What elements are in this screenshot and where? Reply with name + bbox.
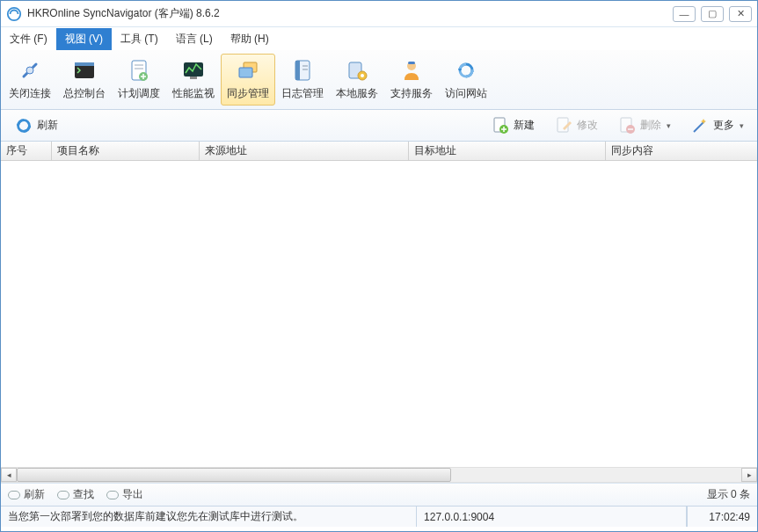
footer-bar: 刷新 查找 导出 显示 0 条 xyxy=(1,483,757,506)
maximize-button[interactable]: ▢ xyxy=(701,6,724,22)
footer-refresh-link[interactable]: 刷新 xyxy=(8,487,45,502)
edit-button[interactable]: 修改 xyxy=(546,112,606,140)
notebook-icon xyxy=(288,56,317,84)
svg-rect-11 xyxy=(239,68,252,77)
menu-tool[interactable]: 工具 (T) xyxy=(112,28,167,50)
scroll-left-button[interactable]: ◂ xyxy=(1,468,17,482)
local-service-button[interactable]: 本地服务 xyxy=(330,54,384,106)
document-edit-icon xyxy=(554,116,573,135)
support-person-icon xyxy=(397,56,426,84)
tool-label: 日志管理 xyxy=(281,86,324,101)
status-address: 127.0.0.1:9004 xyxy=(417,506,687,527)
svg-rect-3 xyxy=(75,62,94,66)
dropdown-caret-icon: ▾ xyxy=(667,121,671,130)
close-connection-button[interactable]: 关闭连接 xyxy=(3,54,57,106)
action-label: 删除 xyxy=(640,118,661,133)
support-service-button[interactable]: 支持服务 xyxy=(384,54,439,106)
svg-point-1 xyxy=(26,67,33,74)
tool-label: 总控制台 xyxy=(63,86,106,101)
document-delete-icon xyxy=(617,116,637,135)
refresh-button[interactable]: 刷新 xyxy=(6,112,66,140)
toggle-icon xyxy=(8,491,20,499)
sync-management-button[interactable]: 同步管理 xyxy=(221,54,275,106)
column-header-source[interactable]: 来源地址 xyxy=(200,142,409,160)
footer-count: 显示 0 条 xyxy=(707,487,750,502)
svg-point-18 xyxy=(361,74,364,77)
window-title: HKROnline SyncNavigator (客户端) 8.6.2 xyxy=(27,6,673,21)
toggle-icon xyxy=(106,491,119,499)
performance-button[interactable]: 性能监视 xyxy=(166,54,221,106)
svg-rect-20 xyxy=(408,62,415,64)
tool-label: 性能监视 xyxy=(172,86,215,101)
refresh-icon xyxy=(14,116,33,135)
windows-stack-icon xyxy=(234,56,262,84)
column-header-content[interactable]: 同步内容 xyxy=(606,142,757,160)
column-header-no[interactable]: 序号 xyxy=(1,142,52,160)
svg-rect-9 xyxy=(190,77,197,79)
toggle-icon xyxy=(57,491,69,499)
action-bar: 刷新 新建 修改 删除 ▾ 更多 ▾ xyxy=(1,110,757,142)
action-label: 修改 xyxy=(577,118,598,133)
footer-label: 刷新 xyxy=(24,487,45,502)
title-bar: HKROnline SyncNavigator (客户端) 8.6.2 ― ▢ … xyxy=(1,1,757,27)
tool-label: 访问网站 xyxy=(445,86,487,101)
footer-label: 导出 xyxy=(122,487,143,502)
action-label: 更多 xyxy=(713,118,734,133)
server-gear-icon xyxy=(343,56,371,84)
schedule-button[interactable]: 计划调度 xyxy=(112,54,166,106)
horizontal-scrollbar[interactable]: ◂ ▸ xyxy=(1,467,757,483)
action-label: 刷新 xyxy=(37,118,58,133)
menu-language[interactable]: 语言 (L) xyxy=(167,28,222,50)
plug-icon xyxy=(16,56,44,84)
table-header: 序号 项目名称 来源地址 目标地址 同步内容 xyxy=(1,142,757,161)
status-time: 17:02:49 xyxy=(687,506,757,527)
status-bar: 当您第一次部署到您的数据库前建议您先在测试库中进行测试。 127.0.0.1:9… xyxy=(1,506,757,527)
main-toolbar: 关闭连接 总控制台 计划调度 性能监视 同步管理 日志管理 本地服务 支持服务 … xyxy=(1,50,757,110)
monitor-chart-icon xyxy=(179,56,208,84)
tool-label: 同步管理 xyxy=(227,86,269,101)
more-button[interactable]: 更多 ▾ xyxy=(682,112,752,140)
column-header-target[interactable]: 目标地址 xyxy=(409,142,606,160)
visit-website-button[interactable]: 访问网站 xyxy=(439,54,493,106)
document-add-icon xyxy=(491,116,510,135)
log-management-button[interactable]: 日志管理 xyxy=(275,54,330,106)
svg-rect-13 xyxy=(295,61,300,80)
delete-button[interactable]: 删除 ▾ xyxy=(609,112,679,140)
wand-icon xyxy=(690,116,710,135)
menu-bar: 文件 (F) 视图 (V) 工具 (T) 语言 (L) 帮助 (H) xyxy=(1,27,757,50)
globe-refresh-icon xyxy=(452,56,480,84)
terminal-icon xyxy=(70,56,98,84)
minimize-button[interactable]: ― xyxy=(673,6,696,22)
tool-label: 计划调度 xyxy=(118,86,160,101)
new-button[interactable]: 新建 xyxy=(483,112,543,140)
table-body xyxy=(1,161,757,467)
app-logo-icon xyxy=(6,6,22,22)
window-controls: ― ▢ ✕ xyxy=(673,6,752,22)
menu-help[interactable]: 帮助 (H) xyxy=(222,28,278,50)
console-button[interactable]: 总控制台 xyxy=(57,54,112,106)
column-header-name[interactable]: 项目名称 xyxy=(52,142,200,160)
document-plus-icon xyxy=(125,56,153,84)
close-button[interactable]: ✕ xyxy=(729,6,752,22)
footer-export-link[interactable]: 导出 xyxy=(106,487,143,502)
dropdown-caret-icon: ▾ xyxy=(740,121,744,130)
scroll-thumb[interactable] xyxy=(17,468,451,482)
tool-label: 本地服务 xyxy=(336,86,378,101)
tool-label: 支持服务 xyxy=(390,86,433,101)
footer-find-link[interactable]: 查找 xyxy=(57,487,94,502)
scroll-track[interactable] xyxy=(17,468,741,482)
menu-view[interactable]: 视图 (V) xyxy=(56,28,112,50)
status-message: 当您第一次部署到您的数据库前建议您先在测试库中进行测试。 xyxy=(1,506,417,527)
tool-label: 关闭连接 xyxy=(9,86,51,101)
scroll-right-button[interactable]: ▸ xyxy=(741,468,757,482)
footer-label: 查找 xyxy=(73,487,94,502)
action-label: 新建 xyxy=(514,118,535,133)
menu-file[interactable]: 文件 (F) xyxy=(1,28,56,50)
